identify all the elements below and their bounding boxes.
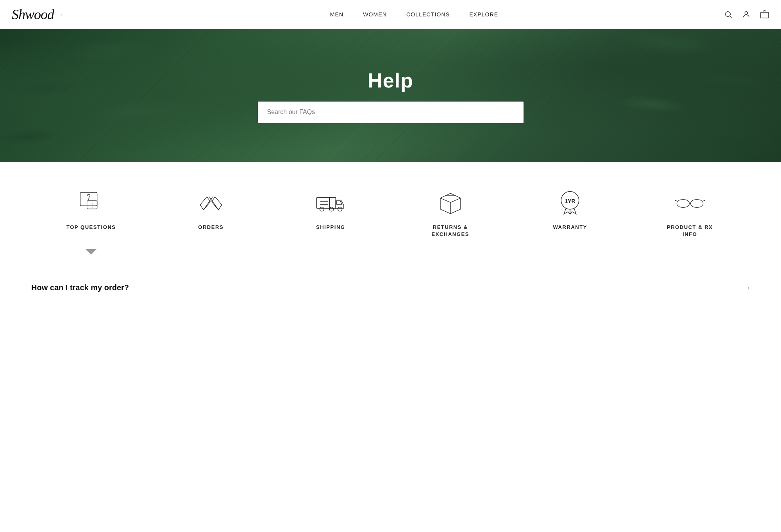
categories-divider — [0, 255, 781, 255]
svg-point-26 — [690, 199, 703, 207]
badge-1yr-icon: 1YR — [554, 189, 586, 217]
svg-line-19 — [440, 198, 450, 202]
hero-section: Help — [0, 29, 781, 162]
categories-section: TOP QUESTIONS ORDERS — [0, 162, 781, 250]
svg-text:1YR: 1YR — [565, 198, 575, 204]
svg-rect-11 — [317, 197, 336, 208]
chat-question-icon — [75, 189, 107, 217]
category-shipping[interactable]: SHIPPING — [271, 182, 391, 250]
indicator-cell-3 — [391, 250, 511, 255]
search-bar-wrapper — [258, 102, 524, 123]
svg-point-13 — [330, 207, 334, 211]
category-label-warranty: WARRANTY — [553, 224, 587, 231]
account-icon — [742, 10, 751, 19]
main-nav: MEN WOMEN COLLECTIONS EXPLORE — [114, 11, 715, 18]
header-icons — [715, 10, 769, 19]
faq-section: How can I track my order? › — [0, 255, 781, 317]
header-divider — [98, 0, 98, 29]
svg-point-5 — [88, 199, 89, 200]
active-category-arrow — [86, 249, 97, 255]
svg-point-14 — [338, 207, 342, 211]
svg-point-2 — [745, 12, 747, 14]
category-top-questions[interactable]: TOP QUESTIONS — [31, 182, 151, 250]
category-label-orders: ORDERS — [198, 224, 223, 231]
nav-item-women[interactable]: WOMEN — [363, 11, 387, 18]
category-returns[interactable]: RETURNS & EXCHANGES — [391, 182, 511, 250]
box-icon — [435, 189, 466, 217]
category-orders[interactable]: ORDERS — [151, 182, 271, 250]
svg-rect-3 — [761, 12, 768, 18]
svg-point-12 — [320, 207, 324, 211]
indicator-cell-1 — [151, 250, 271, 255]
logo[interactable]: Shwood — [12, 7, 54, 21]
category-product-rx[interactable]: PRODUCT & RX INFO — [630, 182, 750, 250]
svg-point-8 — [92, 207, 93, 207]
header: Shwood › MEN WOMEN COLLECTIONS EXPLORE — [0, 0, 781, 29]
faq-question-track-order: How can I track my order? — [31, 283, 129, 292]
faq-chevron-icon: › — [747, 284, 750, 292]
category-label-shipping: SHIPPING — [316, 224, 345, 231]
nav-item-men[interactable]: MEN — [330, 11, 343, 18]
category-label-top-questions: TOP QUESTIONS — [66, 224, 116, 231]
hero-title: Help — [368, 69, 413, 92]
nav-item-explore[interactable]: EXPLORE — [469, 11, 498, 18]
active-indicator-row — [0, 250, 781, 255]
svg-line-1 — [730, 16, 732, 18]
cart-button[interactable] — [760, 10, 769, 19]
category-label-returns: RETURNS & EXCHANGES — [432, 224, 469, 238]
logo-chevron-icon[interactable]: › — [60, 11, 62, 18]
svg-line-28 — [703, 200, 705, 201]
axes-icon — [195, 189, 227, 217]
hero-content: Help — [0, 69, 781, 123]
cart-icon — [760, 10, 769, 19]
indicator-cell-2 — [271, 250, 391, 255]
indicator-cell-0 — [31, 250, 151, 255]
indicator-cell-4 — [510, 250, 630, 255]
logo-area: Shwood › — [12, 7, 98, 21]
svg-line-27 — [675, 200, 677, 201]
glasses-icon — [674, 189, 706, 217]
search-button[interactable] — [724, 10, 733, 19]
nav-item-collections[interactable]: COLLECTIONS — [406, 11, 450, 18]
account-button[interactable] — [742, 10, 751, 19]
truck-icon — [315, 189, 346, 217]
faq-item-track-order[interactable]: How can I track my order? › — [31, 275, 750, 301]
svg-line-20 — [450, 198, 461, 202]
search-icon — [724, 10, 733, 19]
category-label-product-rx: PRODUCT & RX INFO — [667, 224, 713, 238]
faq-search-input[interactable] — [258, 102, 524, 123]
svg-point-0 — [726, 12, 731, 17]
category-warranty[interactable]: 1YR WARRANTY — [510, 182, 630, 250]
categories-grid: TOP QUESTIONS ORDERS — [31, 182, 750, 250]
svg-point-25 — [677, 199, 689, 207]
indicator-cell-5 — [630, 250, 750, 255]
